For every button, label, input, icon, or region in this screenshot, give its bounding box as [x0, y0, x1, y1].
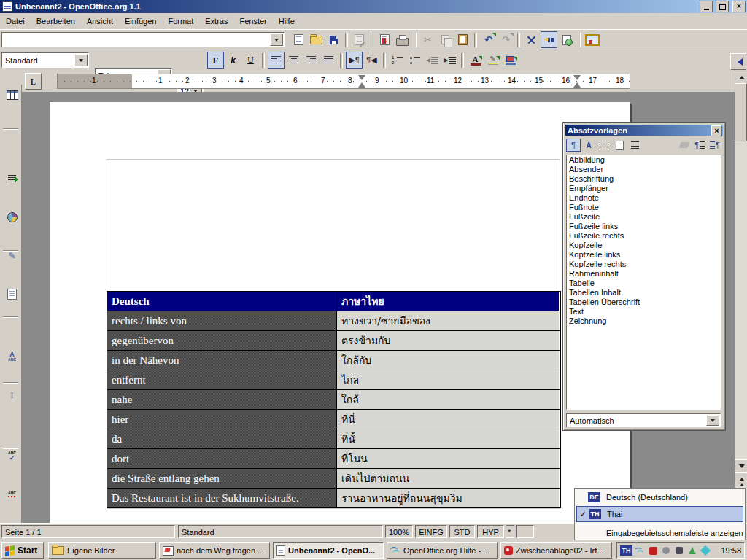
- table-cell-german[interactable]: da: [107, 429, 337, 448]
- save-button[interactable]: [325, 31, 342, 48]
- paragraph-styles-icon[interactable]: ¶: [566, 139, 581, 152]
- style-list-item[interactable]: Rahmeninhalt: [567, 269, 720, 279]
- tray-icon-teal[interactable]: [700, 545, 711, 556]
- restore-button[interactable]: [716, 1, 729, 12]
- scroll-down-button[interactable]: [735, 459, 747, 472]
- redo-button[interactable]: ↷: [498, 31, 514, 48]
- vertical-scrollbar[interactable]: [735, 71, 747, 523]
- status-modified[interactable]: *: [506, 525, 514, 538]
- table-cell-german[interactable]: entfernt: [107, 370, 337, 389]
- url-input[interactable]: [5, 34, 284, 46]
- toolbar-overflow-button[interactable]: [730, 53, 746, 70]
- table-cell-thai[interactable]: ทางขวา/ซายมือของ: [337, 311, 559, 330]
- menu-extras[interactable]: Extras: [199, 15, 233, 28]
- table-cell-thai[interactable]: ที่นี่: [337, 410, 559, 429]
- scrollbar-thumb[interactable]: [735, 83, 747, 141]
- align-center-button[interactable]: [285, 52, 302, 69]
- menu-bearbeiten[interactable]: Bearbeiten: [31, 15, 81, 28]
- close-button[interactable]: ×: [732, 1, 746, 12]
- style-dropdown-button[interactable]: [74, 54, 88, 66]
- language-menu-item-german[interactable]: DE Deutsch (Deutschland): [576, 489, 743, 505]
- table-cell-thai[interactable]: ไกล: [337, 370, 559, 389]
- italic-button[interactable]: k: [225, 52, 241, 69]
- print-button[interactable]: [394, 31, 411, 48]
- background-color-button[interactable]: [502, 52, 519, 69]
- bullet-list-button[interactable]: [406, 52, 423, 69]
- align-left-button[interactable]: [268, 52, 285, 69]
- style-list-item[interactable]: Tabelle: [567, 279, 720, 288]
- table-header-thai[interactable]: ภาษาไทย: [337, 292, 559, 311]
- frame-styles-icon[interactable]: [597, 139, 611, 152]
- scroll-up-button[interactable]: [735, 71, 747, 84]
- table-cell-german[interactable]: nahe: [107, 390, 337, 409]
- status-page-style[interactable]: Standard: [178, 525, 383, 538]
- task-zwischenablage[interactable]: Zwischenablage02 - Irf...: [500, 542, 612, 559]
- url-dropdown-button[interactable]: [270, 34, 283, 46]
- left-to-right-button[interactable]: ▶¶: [346, 52, 363, 69]
- autotext-button[interactable]: AABC: [4, 348, 20, 365]
- style-list-item[interactable]: Fußzeile rechts: [567, 231, 720, 241]
- style-list-item[interactable]: Tabellen Überschrift: [567, 298, 720, 307]
- style-list-item[interactable]: Fußzeile: [567, 212, 720, 222]
- direct-cursor-button[interactable]: I: [4, 386, 20, 403]
- menu-hilfe[interactable]: Hilfe: [273, 15, 301, 28]
- table-cell-german[interactable]: in der Nähevon: [107, 351, 337, 370]
- tray-language-indicator[interactable]: TH: [620, 545, 632, 556]
- update-style-icon[interactable]: ¶: [708, 139, 722, 152]
- table-cell-thai[interactable]: ใกล้: [337, 390, 559, 409]
- title-bar[interactable]: Unbenannt2 - OpenOffice.org 1.1 ×: [0, 0, 747, 13]
- copy-button[interactable]: [437, 31, 454, 48]
- style-list-item[interactable]: Fußnote: [567, 203, 720, 212]
- style-filter-dropdown-button[interactable]: [706, 415, 719, 426]
- paste-button[interactable]: [454, 31, 471, 48]
- stylist-button[interactable]: [541, 31, 557, 48]
- tray-icon-red[interactable]: [647, 545, 659, 556]
- menu-fenster[interactable]: Fenster: [233, 15, 272, 28]
- align-justify-button[interactable]: [320, 52, 337, 69]
- url-combobox[interactable]: [1, 32, 285, 47]
- table-cell-german[interactable]: Das Restaurant ist in der Sukhumvitstraß…: [107, 489, 337, 508]
- bold-button[interactable]: F: [207, 52, 224, 69]
- table-cell-german[interactable]: rechts / links von: [107, 311, 337, 330]
- document-page[interactable]: Deutsch ภาษาไทย rechts / links von ทางขว…: [50, 102, 630, 523]
- tray-icon-gray[interactable]: [660, 545, 672, 556]
- gallery-button[interactable]: [584, 31, 600, 48]
- insert-table-button[interactable]: [4, 87, 20, 104]
- style-list-item[interactable]: Fußzeile links: [567, 222, 720, 231]
- table-cell-thai[interactable]: ตรงข้ามกับ: [337, 331, 559, 350]
- table-cell-german[interactable]: gegenübervon: [107, 331, 337, 350]
- task-eigene-bilder[interactable]: Eigene Bilder: [48, 542, 156, 559]
- task-unbenannt2[interactable]: Unbenannt2 - OpenO...: [273, 542, 384, 559]
- new-style-from-selection-icon[interactable]: ¶: [692, 139, 707, 152]
- tray-openoffice-icon[interactable]: [634, 545, 646, 556]
- paragraph-style-combobox[interactable]: Standard: [1, 52, 89, 68]
- menu-datei[interactable]: Datei: [0, 15, 31, 28]
- table-cell-thai[interactable]: ที่โนน: [337, 449, 559, 468]
- underline-button[interactable]: U: [242, 52, 259, 69]
- spellcheck-button[interactable]: ABC✓: [4, 447, 20, 464]
- style-list-item[interactable]: Kopfzeile rechts: [567, 260, 720, 269]
- numbering-styles-icon[interactable]: [627, 139, 642, 152]
- style-filter-combobox[interactable]: Automatisch: [566, 413, 721, 427]
- table-cell-german[interactable]: die Straße entlang gehen: [107, 469, 337, 488]
- stylist-close-icon[interactable]: ×: [711, 125, 722, 136]
- style-list-item[interactable]: Zeichnung: [567, 316, 720, 326]
- stylist-title-bar[interactable]: Absatzvorlagen ×: [565, 125, 723, 136]
- menu-format[interactable]: Format: [162, 15, 199, 28]
- status-page[interactable]: Seite 1 / 1: [1, 525, 175, 538]
- table-cell-german[interactable]: hier: [107, 410, 337, 429]
- increase-indent-button[interactable]: ▶: [441, 52, 458, 69]
- edit-file-button[interactable]: [351, 31, 368, 48]
- tray-icon-dark[interactable]: [673, 545, 685, 556]
- style-list-item[interactable]: Text: [567, 307, 720, 316]
- language-menu-item-show-input-bar[interactable]: Eingabegebietsschemaleiste anzeigen: [576, 526, 743, 540]
- fill-format-icon[interactable]: [677, 139, 692, 152]
- style-list-item[interactable]: Abbildung: [567, 155, 720, 165]
- status-zoom[interactable]: 100%: [385, 525, 413, 538]
- indent-marker[interactable]: [358, 75, 365, 80]
- numbered-list-button[interactable]: 12: [389, 52, 406, 69]
- style-list-item[interactable]: Empfänger: [567, 184, 720, 193]
- style-list-item[interactable]: Endnote: [567, 193, 720, 203]
- table-cell-german[interactable]: dort: [107, 449, 337, 468]
- navigator-button[interactable]: [523, 31, 540, 48]
